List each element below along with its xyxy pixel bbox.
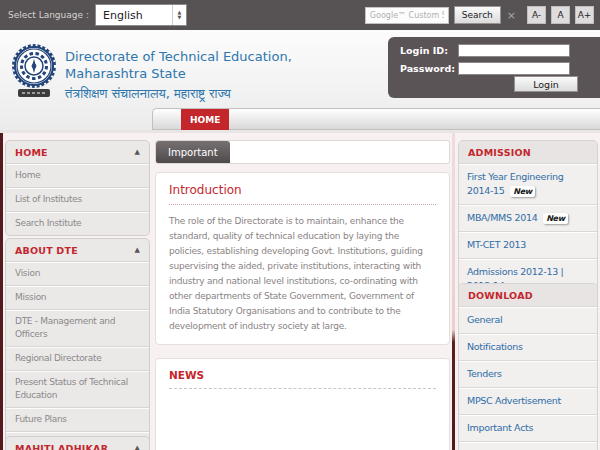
admission-link-fy-engineering[interactable]: First Year Engineering 2014-15 New <box>459 163 597 204</box>
section-header-home[interactable]: HOME ▲ <box>6 141 149 163</box>
site-title: Directorate of Technical Education, Maha… <box>65 48 292 103</box>
section-title: MAHITI ADHIKAR <box>15 443 108 450</box>
collapse-arrow-icon[interactable]: ▲ <box>135 445 140 450</box>
sidebar-section-mahiti-adhikar: MAHITI ADHIKAR ▲ <box>5 436 150 450</box>
admission-link-mba-mms[interactable]: MBA/MMS 2014 New <box>459 204 597 231</box>
sidebar-link-future-plans[interactable]: Future Plans <box>6 407 149 431</box>
download-link-mpsc-advertisement[interactable]: MPSC Advertisement <box>459 387 597 414</box>
language-select[interactable]: English ▲▼ <box>95 4 187 26</box>
main-nav: HOME <box>152 108 600 130</box>
login-panel: Login ID: Password: Login <box>388 37 600 98</box>
collapse-arrow-icon[interactable]: ▲ <box>135 247 140 254</box>
introduction-text: The role of the Directorate is to mainta… <box>169 214 436 334</box>
select-spinner-icon[interactable]: ▲▼ <box>172 5 186 25</box>
introduction-panel: Introduction The role of the Directorate… <box>155 172 450 345</box>
left-border-stripe <box>0 133 3 450</box>
font-normal-button[interactable]: A <box>551 6 570 24</box>
font-increase-button[interactable]: A+ <box>575 6 594 24</box>
new-badge: New <box>510 186 535 197</box>
search-input[interactable] <box>365 7 449 24</box>
sidebar-link-dte-management[interactable]: DTE - Management and Officers <box>6 309 149 346</box>
password-label: Password: <box>400 63 458 74</box>
new-badge: New <box>543 213 568 224</box>
admission-link-mt-cet[interactable]: MT-CET 2013 <box>459 231 597 258</box>
sidebar-link-regional-directorate[interactable]: Regional Directorate <box>6 346 149 370</box>
introduction-heading: Introduction <box>169 183 436 197</box>
section-header-mahiti-adhikar[interactable]: MAHITI ADHIKAR ▲ <box>6 437 149 450</box>
news-panel: NEWS <box>155 358 450 450</box>
title-line-1: Directorate of Technical Education, <box>65 48 292 65</box>
collapse-arrow-icon[interactable]: ▲ <box>135 149 140 156</box>
title-marathi: तंत्रशिक्षण संचालनालय, महाराष्ट्र राज्य <box>65 84 292 103</box>
section-header-about-dte[interactable]: ABOUT DTE ▲ <box>6 239 149 261</box>
section-title: HOME <box>15 147 48 158</box>
sidebar-section-about-dte: ABOUT DTE ▲ Vision Mission DTE - Managem… <box>5 238 150 450</box>
dotted-divider <box>169 204 436 205</box>
sidebar-link-list-of-institutes[interactable]: List of Institutes <box>6 187 149 211</box>
language-value: English <box>96 9 172 22</box>
content-tabbar: Important <box>155 140 450 164</box>
sidebar-section-home: HOME ▲ Home List of Institutes Search In… <box>5 140 150 236</box>
link-label: MT-CET 2013 <box>467 239 526 250</box>
login-button[interactable]: Login <box>514 76 578 92</box>
download-box: DOWNLOAD General Notifications Tenders M… <box>458 283 598 450</box>
dte-emblem-logo <box>10 40 58 100</box>
column-separator-stripe <box>452 133 455 450</box>
topbar-tools: Search × A- A A+ <box>365 0 594 30</box>
dte-homepage: Select Language : English ▲▼ Search × A-… <box>0 0 600 450</box>
language-label: Select Language : <box>8 10 89 20</box>
login-id-input[interactable] <box>458 44 570 57</box>
sidebar-link-present-status[interactable]: Present Status of Technical Education <box>6 370 149 407</box>
sidebar-link-home[interactable]: Home <box>6 163 149 187</box>
search-button[interactable]: Search <box>454 6 501 24</box>
password-input[interactable] <box>458 62 570 75</box>
news-heading: NEWS <box>169 369 436 381</box>
nav-tab-home[interactable]: HOME <box>181 109 229 130</box>
tab-important[interactable]: Important <box>156 141 230 163</box>
content-area: HOME ▲ Home List of Institutes Search In… <box>0 133 600 450</box>
font-decrease-button[interactable]: A- <box>527 6 546 24</box>
download-link-notifications[interactable]: Notifications <box>459 333 597 360</box>
link-label: MBA/MMS 2014 <box>467 212 537 223</box>
sidebar-link-mission[interactable]: Mission <box>6 285 149 309</box>
download-link-general[interactable]: General <box>459 306 597 333</box>
dashed-divider <box>169 388 436 389</box>
admission-box: ADMISSION First Year Engineering 2014-15… <box>458 140 598 300</box>
download-header: DOWNLOAD <box>459 284 597 306</box>
section-title: ABOUT DTE <box>15 245 78 256</box>
close-icon[interactable]: × <box>507 9 516 22</box>
download-link-important-acts[interactable]: Important Acts <box>459 414 597 441</box>
download-link-government-resolutions[interactable]: Government Resolutions / Orders / Letter… <box>459 441 597 450</box>
sidebar-link-search-institute[interactable]: Search Institute <box>6 211 149 235</box>
title-line-2: Maharashtra State <box>65 65 292 82</box>
download-link-tenders[interactable]: Tenders <box>459 360 597 387</box>
sidebar-link-vision[interactable]: Vision <box>6 261 149 285</box>
admission-header: ADMISSION <box>459 141 597 163</box>
topbar: Select Language : English ▲▼ Search × A-… <box>0 0 600 30</box>
login-id-label: Login ID: <box>400 45 458 56</box>
